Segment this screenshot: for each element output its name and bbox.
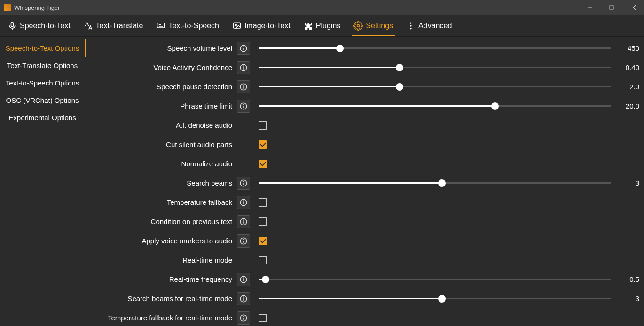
nav-text-to-speech[interactable]: Text-to-Speech xyxy=(154,18,221,36)
svg-point-15 xyxy=(243,47,244,47)
gear-icon xyxy=(353,21,363,31)
nav-label: Advanced xyxy=(418,22,452,30)
vad-confidence-slider[interactable] xyxy=(259,64,611,71)
info-icon[interactable] xyxy=(237,177,250,190)
info-icon[interactable] xyxy=(237,100,250,113)
rt-search-beams-slider[interactable] xyxy=(259,295,611,303)
sidebar-item-osc-options[interactable]: OSC (VRChat) Options xyxy=(0,92,86,109)
setting-value: 0.40 xyxy=(616,63,639,71)
nav-image-to-text[interactable]: Image-to-Text xyxy=(230,18,292,36)
svg-point-30 xyxy=(243,201,244,201)
nav-speech-to-text[interactable]: Speech-to-Text xyxy=(6,18,72,36)
sidebar-item-tt-options[interactable]: Text-Translate Options xyxy=(0,57,86,74)
sidebar-item-tts-options[interactable]: Text-to-Speech Options xyxy=(0,74,86,92)
sidebar-item-stt-options[interactable]: Speech-to-Text Options xyxy=(0,39,86,57)
maximize-button[interactable] xyxy=(601,0,622,15)
svg-point-10 xyxy=(410,22,412,23)
realtime-freq-slider[interactable] xyxy=(259,276,611,283)
close-button[interactable] xyxy=(622,0,644,15)
sidebar-item-label: OSC (VRChat) Options xyxy=(6,96,79,104)
speech-volume-slider[interactable] xyxy=(259,45,611,52)
info-icon[interactable] xyxy=(237,273,250,286)
nav-label: Image-to-Text xyxy=(244,22,291,30)
info-icon[interactable] xyxy=(237,215,250,228)
setting-value: 3 xyxy=(616,295,639,303)
info-icon[interactable] xyxy=(237,234,250,248)
cut-silent-checkbox[interactable] xyxy=(259,140,267,149)
app-icon xyxy=(4,4,11,11)
nav-settings[interactable]: Settings xyxy=(352,18,395,36)
normalize-audio-checkbox[interactable] xyxy=(259,160,267,168)
setting-row-realtime-freq: Real-time frequency0.5 xyxy=(91,270,639,289)
rt-temp-fallback-checkbox[interactable] xyxy=(259,314,267,322)
setting-row-rt-search-beams: Search beams for real-time mode3 xyxy=(91,289,639,308)
nav-label: Text-Translate xyxy=(96,22,143,30)
nav-advanced[interactable]: Advanced xyxy=(404,18,454,36)
minimize-button[interactable] xyxy=(579,0,601,15)
info-icon[interactable] xyxy=(237,311,250,325)
search-beams-slider[interactable] xyxy=(259,179,611,187)
cond-prev-text-checkbox[interactable] xyxy=(259,217,267,226)
svg-point-39 xyxy=(243,278,244,278)
setting-label: Cut silent audio parts xyxy=(91,140,232,148)
info-icon[interactable] xyxy=(237,61,250,74)
phrase-time-limit-slider[interactable] xyxy=(259,102,611,110)
setting-label: Temperature fallback xyxy=(91,198,232,206)
nav-plugins[interactable]: Plugins xyxy=(302,18,342,36)
temp-fallback-checkbox[interactable] xyxy=(259,198,267,207)
setting-value: 450 xyxy=(616,44,639,52)
sidebar-item-label: Speech-to-Text Options xyxy=(6,44,79,52)
setting-row-realtime-mode: Real-time mode xyxy=(91,250,639,270)
sidebar-item-experimental-options[interactable]: Experimental Options xyxy=(0,109,86,126)
svg-point-45 xyxy=(243,316,244,317)
setting-label: Phrase time limit xyxy=(91,102,232,110)
setting-row-phrase-time-limit: Phrase time limit20.0 xyxy=(91,96,639,116)
window-title: Whispering Tiger xyxy=(14,4,60,11)
svg-point-33 xyxy=(243,220,244,220)
nav-text-translate[interactable]: Text-Translate xyxy=(82,18,145,36)
settings-sidebar: Speech-to-Text Options Text-Translate Op… xyxy=(0,37,86,326)
realtime-mode-checkbox[interactable] xyxy=(259,256,267,264)
setting-value: 0.5 xyxy=(616,275,639,283)
nav-label: Speech-to-Text xyxy=(20,22,71,30)
nav-label: Plugins xyxy=(316,22,340,30)
svg-point-42 xyxy=(243,297,244,297)
sidebar-item-label: Text-to-Speech Options xyxy=(6,79,79,87)
svg-rect-4 xyxy=(11,22,14,26)
svg-point-12 xyxy=(410,28,412,29)
setting-label: Voice Activity Confidence xyxy=(91,63,232,71)
setting-row-search-beams: Search beams3 xyxy=(91,173,639,193)
svg-rect-1 xyxy=(610,6,613,9)
setting-label: Normalize audio xyxy=(91,160,232,168)
setting-value: 20.0 xyxy=(616,102,639,110)
setting-label: Speech volume level xyxy=(91,44,232,52)
nav-label: Text-to-Speech xyxy=(168,22,219,30)
svg-point-8 xyxy=(235,24,236,25)
setting-label: Speech pause detection xyxy=(91,83,232,91)
translate-icon xyxy=(84,21,93,31)
setting-value: 3 xyxy=(616,179,639,187)
mic-icon xyxy=(8,21,17,31)
info-icon[interactable] xyxy=(237,292,250,305)
image-icon xyxy=(232,21,242,31)
svg-point-21 xyxy=(243,85,244,85)
ai-denoise-checkbox[interactable] xyxy=(259,121,267,130)
svg-point-27 xyxy=(243,181,244,182)
setting-label: Apply voice markers to audio xyxy=(91,237,232,245)
voice-markers-checkbox[interactable] xyxy=(259,237,267,245)
svg-point-36 xyxy=(243,239,244,240)
info-icon[interactable] xyxy=(237,80,250,93)
sidebar-item-label: Text-Translate Options xyxy=(7,62,78,70)
setting-label: Real-time frequency xyxy=(91,275,232,283)
info-icon[interactable] xyxy=(237,42,250,55)
setting-row-rt-temp-fallback: Temperature fallback for real-time mode xyxy=(91,308,639,326)
setting-row-cond-prev-text: Condition on previous text xyxy=(91,212,639,231)
svg-point-9 xyxy=(357,24,360,27)
info-icon[interactable] xyxy=(237,196,250,209)
puzzle-icon xyxy=(304,21,313,31)
setting-label: Condition on previous text xyxy=(91,217,232,225)
pause-detection-slider[interactable] xyxy=(259,83,611,91)
setting-row-normalize-audio: Normalize audio xyxy=(91,154,639,173)
svg-point-18 xyxy=(243,66,244,66)
settings-content: Speech volume level450Voice Activity Con… xyxy=(86,37,644,326)
